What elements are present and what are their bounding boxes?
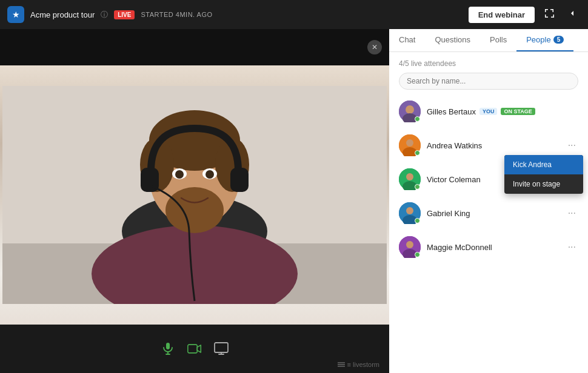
tab-polls[interactable]: Polls	[480, 29, 516, 51]
svg-point-12	[175, 170, 184, 179]
more-options-button[interactable]: ···	[566, 205, 578, 221]
avatar	[399, 168, 421, 190]
webinar-title: Acme product tour	[30, 10, 95, 19]
person-info: Gabriel King	[427, 209, 566, 218]
info-icon[interactable]: ⓘ	[101, 10, 108, 20]
people-list: Gilles Bertaux YOU ON STAGE	[389, 94, 588, 373]
kick-action[interactable]: Kick Andrea	[504, 155, 583, 174]
live-badge: LIVE	[114, 10, 135, 19]
video-feed	[0, 65, 389, 325]
context-menu: Kick Andrea Invite on stage	[504, 155, 583, 194]
avatar	[399, 134, 421, 156]
svg-point-27	[406, 105, 414, 114]
you-badge: YOU	[479, 108, 498, 115]
microphone-button[interactable]	[161, 342, 175, 356]
person-info: Gilles Bertaux YOU ON STAGE	[427, 107, 578, 116]
avatar	[399, 101, 421, 122]
logo-icon: ★	[7, 6, 24, 23]
search-box	[399, 73, 578, 90]
svg-point-9	[165, 187, 224, 233]
list-item: Gilles Bertaux YOU ON STAGE	[389, 94, 588, 128]
person-name: Gilles Bertaux	[427, 107, 476, 116]
person-name: Gabriel King	[427, 209, 470, 218]
video-top-bar: ✕	[0, 29, 389, 65]
list-item: Andrea Watkins ··· Kick Andrea Invite on…	[389, 128, 588, 162]
svg-rect-16	[166, 343, 170, 349]
main-content: ✕	[0, 29, 588, 373]
svg-point-39	[406, 241, 413, 248]
screen-share-button[interactable]	[214, 342, 229, 356]
list-item: Maggie McDonnell ···	[389, 230, 588, 264]
svg-rect-15	[230, 168, 249, 192]
started-text: STARTED 4MIN. AGO	[141, 11, 212, 18]
svg-point-30	[406, 139, 413, 147]
livestorm-watermark: ≡ livestorm	[338, 361, 379, 368]
people-count-badge: 5	[553, 36, 564, 44]
more-options-button[interactable]: ···	[566, 137, 578, 153]
svg-rect-20	[215, 343, 228, 352]
tabs: Chat Questions Polls People 5	[389, 29, 588, 52]
online-indicator	[415, 116, 420, 122]
invite-stage-action[interactable]: Invite on stage	[504, 174, 583, 194]
header: ★ Acme product tour ⓘ LIVE STARTED 4MIN.…	[0, 0, 588, 29]
on-stage-badge: ON STAGE	[501, 108, 535, 115]
person-name: Victor Coleman	[427, 175, 481, 184]
person-info: Maggie McDonnell	[427, 243, 566, 252]
tab-chat[interactable]: Chat	[389, 29, 425, 51]
person-name: Andrea Watkins	[427, 141, 482, 150]
end-webinar-button[interactable]: End webinar	[469, 7, 535, 23]
close-video-button[interactable]: ✕	[367, 40, 382, 54]
online-indicator	[415, 218, 420, 223]
svg-point-33	[406, 173, 413, 180]
online-indicator	[415, 150, 420, 156]
tab-people[interactable]: People 5	[516, 29, 573, 51]
online-indicator	[415, 184, 420, 190]
list-item: Gabriel King ···	[389, 196, 588, 230]
attendees-header: 4/5 live attendees	[389, 52, 588, 73]
expand-button[interactable]	[541, 6, 558, 23]
online-indicator	[415, 252, 420, 257]
person-name: Maggie McDonnell	[427, 243, 492, 252]
avatar	[399, 202, 421, 224]
video-area: ✕	[0, 29, 389, 373]
video-controls: ≡ livestorm	[0, 325, 389, 373]
right-panel: Chat Questions Polls People 5 4/5 live a…	[389, 29, 588, 373]
more-options-button[interactable]: ···	[566, 239, 578, 255]
svg-rect-19	[188, 345, 197, 353]
avatar	[399, 236, 421, 258]
person-info: Andrea Watkins	[427, 141, 566, 150]
svg-point-36	[406, 207, 413, 214]
camera-button[interactable]	[187, 342, 202, 356]
search-input[interactable]	[399, 73, 578, 90]
more-options-button[interactable]	[564, 6, 581, 23]
svg-point-13	[205, 170, 214, 179]
tab-questions[interactable]: Questions	[425, 29, 480, 51]
